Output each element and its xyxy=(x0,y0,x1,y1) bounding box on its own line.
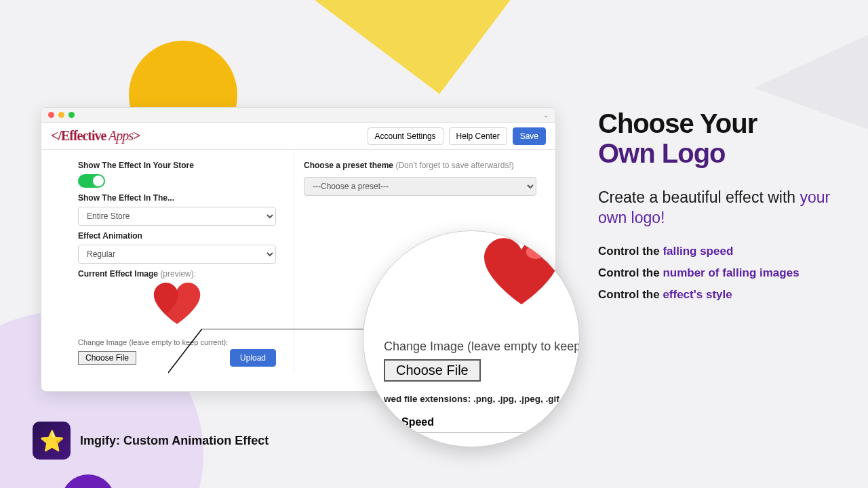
zoom-choose-file-button[interactable]: Choose File xyxy=(384,359,481,382)
app-badge: ⭐ Imgify: Custom Animation Effect xyxy=(33,422,269,460)
current-image-label: Current Effect Image (preview): xyxy=(78,269,276,279)
window-close-icon[interactable] xyxy=(48,112,54,118)
show-in-store-toggle[interactable] xyxy=(78,174,105,188)
headline: Choose Your Own Logo xyxy=(598,108,856,168)
bg-triangle-yellow xyxy=(240,0,614,119)
zoom-lens: Change Image (leave empty to keep curren… xyxy=(363,230,580,447)
app-icon: ⭐ xyxy=(33,422,71,460)
brand-logo: </Effective Apps> xyxy=(51,128,140,144)
show-in-select[interactable]: Entire Store xyxy=(78,207,276,226)
save-button[interactable]: Save xyxy=(513,127,546,145)
bullet-list: Control the falling speed Control the nu… xyxy=(598,245,856,302)
zoom-change-image-label: Change Image (leave empty to keep curren… xyxy=(384,340,559,354)
change-image-label: Change Image (leave empty to keep curren… xyxy=(78,338,276,346)
zoom-allowed-extensions: wed file extensions: .png, .jpg, .jpeg, … xyxy=(384,394,559,404)
settings-left-panel: Show The Effect In Your Store Show The E… xyxy=(68,150,285,372)
show-in-the-label: Show The Effect In The... xyxy=(78,193,276,203)
chevron-down-icon[interactable]: ⌄ xyxy=(543,111,549,119)
account-settings-button[interactable]: Account Settings xyxy=(368,127,443,145)
preset-theme-select[interactable]: ---Choose a preset--- xyxy=(304,177,536,196)
window-titlebar: ⌄ xyxy=(41,108,555,123)
show-in-store-label: Show The Effect In Your Store xyxy=(78,161,276,170)
preset-theme-label: Choose a preset theme (Don't forget to s… xyxy=(304,161,536,170)
window-minimize-icon[interactable] xyxy=(58,112,64,118)
window-maximize-icon[interactable] xyxy=(68,112,75,118)
effect-animation-label: Effect Animation xyxy=(78,231,276,241)
choose-file-button[interactable]: Choose File xyxy=(78,351,136,365)
zoom-speed-label: Speed xyxy=(384,416,559,428)
zoom-divider xyxy=(384,432,559,433)
heart-preview-icon xyxy=(78,283,276,327)
app-toolbar: </Effective Apps> Account Settings Help … xyxy=(41,123,555,150)
effect-animation-select[interactable]: Regular xyxy=(78,245,276,264)
app-name: Imgify: Custom Animation Effect xyxy=(80,434,269,448)
marketing-panel: Choose Your Own Logo Create a beautiful … xyxy=(598,108,856,310)
help-center-button[interactable]: Help Center xyxy=(449,127,507,145)
lead-text: Create a beautiful effect with your own … xyxy=(598,187,856,228)
upload-button[interactable]: Upload xyxy=(230,349,276,367)
